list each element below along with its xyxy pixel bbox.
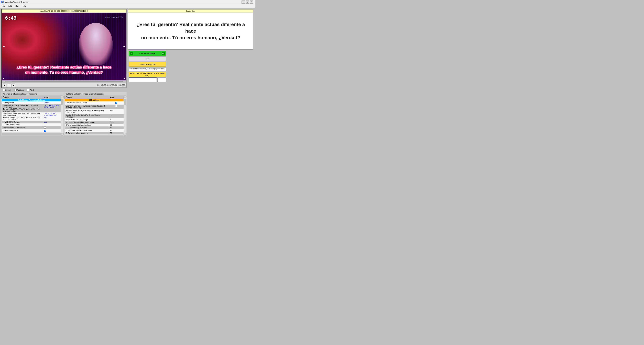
cuda-checkbox[interactable]	[44, 126, 46, 128]
ocr-scroll-up-btn[interactable]: ▲	[124, 95, 126, 98]
menu-edit[interactable]: Edit	[7, 4, 13, 7]
test-button[interactable]: Test	[129, 56, 166, 61]
table-row: CUDA kmeans initial loop iterations: 20	[65, 129, 124, 132]
pixel-color-button[interactable]: Pixel Color (By 'Left Mouse Click' in Vi…	[129, 72, 166, 77]
scroll-up-btn[interactable]: ▲	[61, 95, 64, 98]
scrollbar-track[interactable]	[5, 81, 123, 82]
table-row: Text Alignment Center	[2, 101, 61, 104]
image-box-content: ¿Eres tú, gerente? Realmente actúas dife…	[128, 13, 253, 49]
ocr-group-header: OCR settings	[65, 99, 124, 101]
tab-search[interactable]: Search	[1, 89, 12, 91]
title-bar: 🎬 VideoSubFinder 5.40 Version — ❐ ✕	[0, 0, 255, 4]
table-row: CPU kmeans loop iterations: 30	[65, 126, 124, 129]
cleared-text-button[interactable]: ✔ Cleared Text Image ▶	[129, 51, 166, 56]
menu-help[interactable]: Help	[21, 4, 27, 7]
property-cell: Use CUDA GPU Acceleration	[2, 126, 43, 129]
value-cell: 180	[109, 109, 124, 114]
table-row: Number Of Parallel Tasks (For Create Cle…	[65, 114, 124, 118]
image-subtitle-line2: un momento. Tú no eres humano, ¿Verdad?	[141, 35, 240, 40]
value-cell: 20	[109, 129, 124, 132]
character-right	[79, 23, 113, 65]
property-cell: CPU kmeans initial loop iterations:	[65, 124, 109, 126]
value-cell: 30	[109, 132, 124, 135]
params-table-scroll[interactable]: Property Value Global Image Processing S…	[2, 95, 61, 135]
ocr-scrollbar[interactable]: ▲ ▼	[124, 95, 126, 135]
stop-button[interactable]: ⏹	[12, 83, 15, 87]
green-arrow-icon: ▶	[162, 52, 165, 55]
tab-settings[interactable]: Settings	[13, 89, 25, 91]
property-cell: CUDA kmeans loop iterations:	[65, 132, 109, 135]
pause-button[interactable]: ⏸	[7, 83, 11, 87]
property-cell: Characters Border Is Darker	[65, 101, 109, 105]
ocr-checkbox[interactable]	[27, 89, 29, 91]
params-col-property: Property	[2, 96, 43, 99]
video-frame[interactable]: 6:43 www.AnimeYT.tv ¿Eres tú, gerente? R…	[2, 13, 126, 80]
value-cell: Lab: l:180-255 a:108-148 b:108-148	[43, 112, 61, 121]
ocr-table-scroll[interactable]: Property Value OCR settings Characters B…	[64, 95, 124, 135]
value-cell: 0.25	[109, 121, 124, 124]
settings-checkbox[interactable]	[14, 89, 16, 91]
params-scrollbar[interactable]: ▲ ▼	[61, 95, 64, 135]
ocr-panel-header: OCR and Multiframe Image Stream Processi…	[64, 92, 126, 95]
video-box-container: VideoBox "0_10_35_510_000000000001280007…	[1, 9, 126, 88]
ocr-scroll-down-btn[interactable]: ▼	[124, 133, 126, 135]
params-area: Parameters Influencing Image Processing …	[1, 92, 126, 136]
chars-border-checkbox[interactable]	[115, 102, 117, 104]
params-table-container: Parameters Influencing Image Processing …	[1, 92, 64, 136]
property-cell: Use Filter Colors (Use 'Ctrl+Enter' for …	[2, 104, 43, 112]
table-row: Use Outline Filter Colors (Use 'Ctrl+Ent…	[2, 112, 61, 121]
value-cell	[43, 123, 61, 126]
pixel-color-swatch	[158, 77, 166, 82]
tab-ocr[interactable]: OCR	[26, 89, 35, 91]
play-button[interactable]: ▶	[3, 83, 6, 87]
table-row: Use CUDA GPU Acceleration	[2, 126, 61, 129]
nav-bottom-left-icon[interactable]: ◄	[2, 77, 4, 80]
extend-grey-checkbox[interactable]	[115, 105, 117, 107]
app-icon: 🎬	[1, 1, 4, 3]
dpi-checkbox[interactable]	[44, 130, 46, 132]
table-row: Characters Border Is Darker	[65, 101, 124, 105]
property-cell: CUDA kmeans initial loop iterations:	[65, 129, 109, 132]
table-row: Moderate Threshold For Scaled Image: 0.2…	[65, 121, 124, 124]
subtitle-line1: ¿Eres tú, gerente? Realmente actúas dife…	[16, 65, 111, 69]
params-group-label: Global Image Processing Settings	[2, 99, 61, 101]
minimize-button[interactable]: —	[242, 0, 245, 3]
right-panel: Image Box ¿Eres tú, gerente? Realmente a…	[128, 8, 255, 137]
ocr-col-value: Value	[109, 96, 124, 99]
scroll-thumb[interactable]	[61, 99, 63, 105]
video-box-title: VideoBox "0_10_35_510_000000000001280007…	[2, 9, 126, 13]
nav-right-icon[interactable]: ►	[123, 45, 126, 48]
main-layout: VideoBox "0_10_35_510_000000000001280007…	[0, 8, 255, 137]
image-subtitle-line1: ¿Eres tú, gerente? Realmente actúas dife…	[136, 22, 245, 34]
pixel-color-value-input[interactable]	[129, 77, 157, 82]
table-row: CPU kmeans initial loop iterations: 20	[65, 124, 124, 126]
scroll-down-btn[interactable]: ▼	[61, 133, 64, 135]
value-cell: 30	[109, 126, 124, 129]
image-box-subtitle: ¿Eres tú, gerente? Realmente actúas dife…	[132, 21, 250, 41]
video-controls: ▶ ⏸ ⏹ 00:00:00,000/00:00:00,000	[2, 83, 126, 87]
nav-left-icon[interactable]: ◄	[2, 45, 5, 48]
menu-play[interactable]: Play	[14, 4, 20, 7]
close-button[interactable]: ✕	[250, 0, 253, 3]
menu-file[interactable]: File	[1, 4, 6, 7]
value-cell: 4	[109, 118, 124, 121]
video-scrollbar[interactable]	[2, 80, 126, 83]
settings-path-input[interactable]: der-src/Build/Release_x64/settings/gener…	[129, 67, 166, 71]
ocr-scroll-thumb[interactable]	[124, 99, 126, 105]
scrollbar-thumb[interactable]	[5, 81, 12, 82]
table-row: FFMPEG HW Devices cpu	[2, 121, 61, 123]
time-display: 00:00:00,000/00:00:00,000	[97, 84, 125, 86]
params-table: Property Value Global Image Processing S…	[2, 95, 61, 133]
nav-bottom-right-icon[interactable]: ►	[124, 77, 126, 80]
table-row: Use DPI in OpenCV	[2, 129, 61, 133]
table-row: Extend By Grey Color (try to use in case…	[65, 105, 124, 109]
window-controls: — ❐ ✕	[242, 0, 253, 3]
search-tab-label: Search	[5, 89, 11, 91]
value-cell	[109, 101, 124, 105]
restore-button[interactable]: ❐	[246, 0, 249, 3]
value-cell	[109, 105, 124, 109]
video-subtitle: ¿Eres tú, gerente? Realmente actúas dife…	[11, 65, 117, 75]
search-checkbox[interactable]	[3, 89, 5, 91]
ocr-table-container: OCR and Multiframe Image Stream Processi…	[64, 92, 126, 136]
current-settings-button[interactable]: Current Settings File	[129, 62, 166, 67]
